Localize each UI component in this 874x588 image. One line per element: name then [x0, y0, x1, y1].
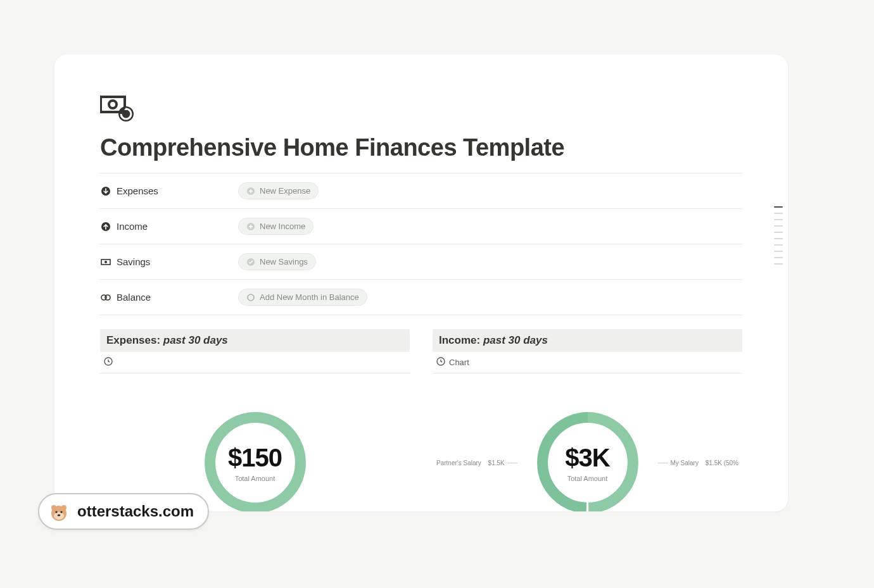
clock-icon [104, 357, 113, 368]
cycle-icon [100, 292, 111, 303]
outline-tick-icon [774, 225, 783, 227]
income-donut-chart: $3K Total Amount [534, 409, 642, 511]
outline-tick-icon [774, 257, 783, 258]
toolbar-text: Chart [449, 358, 469, 367]
svg-point-12 [248, 294, 254, 301]
page-title: Comprehensive Home Finances Template [100, 134, 742, 161]
new-expense-button[interactable]: New Expense [238, 182, 319, 199]
plus-circle-icon [246, 222, 255, 231]
row-label-balance: Balance [100, 292, 238, 303]
expenses-total-label: Total Amount [228, 475, 282, 482]
svg-point-11 [105, 295, 110, 300]
label-line-icon [507, 463, 517, 463]
outline-tick-icon [774, 251, 783, 252]
otter-icon [48, 501, 70, 522]
svg-point-20 [61, 505, 66, 510]
outline-tick-icon [774, 263, 783, 265]
row-expenses: Expenses New Expense [100, 173, 742, 208]
brand-text: otterstacks.com [77, 503, 194, 520]
button-label: New Income [260, 222, 305, 231]
plus-circle-icon [246, 187, 255, 196]
check-circle-icon [246, 258, 255, 266]
expenses-donut-chart: $150 Total Amount [201, 409, 309, 511]
svg-point-1 [109, 101, 117, 108]
row-label-text: Expenses [117, 185, 158, 196]
outline-tick-icon [774, 232, 783, 233]
summary-section: Expenses: past 30 days $150 [100, 329, 742, 511]
income-total-label: Total Amount [565, 475, 609, 482]
outline-tick-icon [774, 213, 783, 214]
add-month-balance-button[interactable]: Add New Month in Balance [238, 289, 367, 306]
income-panel: Income: past 30 days Chart Partner's Sal… [433, 329, 742, 511]
button-label: Add New Month in Balance [260, 292, 359, 302]
svg-point-19 [51, 505, 56, 510]
outline-tick-icon [774, 206, 783, 208]
income-total-value: $3K [565, 444, 609, 472]
circle-outline-icon [246, 293, 255, 302]
expenses-panel: Expenses: past 30 days $150 [100, 329, 410, 511]
clock-icon [436, 357, 445, 368]
label-line-icon [658, 463, 668, 463]
svg-point-9 [247, 258, 255, 266]
expenses-panel-title: Expenses: past 30 days [100, 329, 410, 352]
row-label-text: Savings [117, 256, 150, 267]
arrow-up-circle-icon [100, 221, 111, 232]
outline-tick-icon [774, 244, 783, 246]
row-balance: Balance Add New Month in Balance [100, 279, 742, 315]
svg-point-23 [60, 511, 62, 513]
outline-tick-icon [774, 219, 783, 220]
category-rows: Expenses New Expense Income [100, 173, 742, 315]
income-label-right: My Salary $1.5K (50% [658, 460, 739, 466]
expenses-panel-toolbar[interactable] [100, 352, 410, 373]
svg-point-8 [104, 261, 107, 263]
svg-point-22 [55, 511, 57, 513]
income-donut-wrap: Partner's Salary $1.5K My Salary $1.5K (… [433, 409, 742, 511]
brand-pill[interactable]: otterstacks.com [38, 493, 209, 530]
money-cycle-icon [100, 94, 742, 124]
outline-tick-icon [774, 238, 783, 239]
page-outline-indicator[interactable] [774, 206, 783, 265]
arrow-down-circle-icon [100, 185, 111, 197]
svg-point-24 [58, 514, 61, 516]
row-savings: Savings New Savings [100, 244, 742, 279]
expenses-total-value: $150 [228, 444, 282, 472]
row-label-expenses: Expenses [100, 185, 238, 197]
row-label-text: Balance [117, 292, 151, 303]
row-label-savings: Savings [100, 256, 238, 268]
button-label: New Expense [260, 186, 310, 196]
income-panel-toolbar[interactable]: Chart [433, 352, 742, 373]
main-card: Comprehensive Home Finances Template Exp… [54, 54, 788, 511]
income-panel-title: Income: past 30 days [433, 329, 742, 352]
income-label-left: Partner's Salary $1.5K [436, 460, 517, 466]
cash-icon [100, 256, 111, 268]
button-label: New Savings [260, 257, 308, 266]
row-label-text: Income [117, 221, 148, 232]
new-income-button[interactable]: New Income [238, 218, 314, 235]
new-savings-button[interactable]: New Savings [238, 253, 316, 270]
row-label-income: Income [100, 221, 238, 232]
row-income: Income New Income [100, 208, 742, 244]
